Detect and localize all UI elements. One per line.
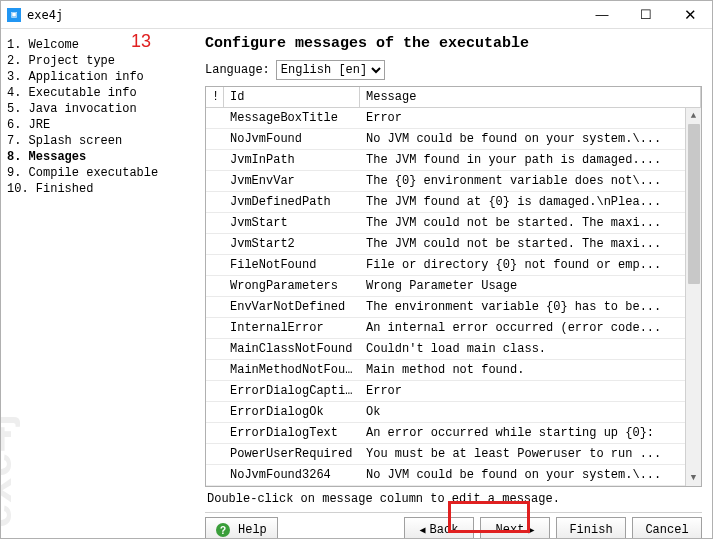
cell-message[interactable]: No JVM could be found on your system.\..…: [360, 132, 701, 146]
table-row[interactable]: MainMethodNotFoundMain method not found.: [206, 360, 701, 381]
cell-id: NoJvmFound: [224, 132, 360, 146]
cancel-button[interactable]: Cancel: [632, 517, 702, 539]
step-item[interactable]: 10. Finished: [7, 181, 195, 197]
cell-message[interactable]: The environment variable {0} has to be..…: [360, 300, 701, 314]
cell-id: PowerUserRequired: [224, 447, 360, 461]
table-body: MessageBoxTitleErrorNoJvmFoundNo JVM cou…: [206, 108, 701, 486]
step-item[interactable]: 3. Application info: [7, 69, 195, 85]
cell-message[interactable]: Couldn't load main class.: [360, 342, 701, 356]
scroll-thumb[interactable]: [688, 124, 700, 284]
table-row[interactable]: NoJvmFound3264No JVM could be found on y…: [206, 465, 701, 486]
cell-id: EnvVarNotDefined: [224, 300, 360, 314]
step-item[interactable]: 1. Welcome: [7, 37, 195, 53]
cell-id: NoJvmFound3264: [224, 468, 360, 482]
cell-id: JvmStart2: [224, 237, 360, 251]
step-item[interactable]: 9. Compile executable: [7, 165, 195, 181]
cell-message[interactable]: Main method not found.: [360, 363, 701, 377]
step-item[interactable]: 4. Executable info: [7, 85, 195, 101]
cell-message[interactable]: The JVM found in your path is damaged...…: [360, 153, 701, 167]
cell-id: JvmEnvVar: [224, 174, 360, 188]
language-select[interactable]: English [en]: [276, 60, 385, 80]
table-row[interactable]: NoJvmFoundNo JVM could be found on your …: [206, 129, 701, 150]
cell-id: JvmStart: [224, 216, 360, 230]
cell-id: JvmDefinedPath: [224, 195, 360, 209]
cell-message[interactable]: The JVM could not be started. The maxi..…: [360, 216, 701, 230]
col-header-exc[interactable]: !: [206, 87, 224, 107]
cell-message[interactable]: Wrong Parameter Usage: [360, 279, 701, 293]
table-row[interactable]: JvmStart2The JVM could not be started. T…: [206, 234, 701, 255]
table-row[interactable]: JvmDefinedPathThe JVM found at {0} is da…: [206, 192, 701, 213]
step-item[interactable]: 2. Project type: [7, 53, 195, 69]
cell-id: MainClassNotFound: [224, 342, 360, 356]
sidebar: 13 exe4j 1. Welcome2. Project type3. App…: [1, 29, 201, 538]
triangle-right-icon: ▶: [528, 524, 534, 536]
table-row[interactable]: ErrorDialogOkOk: [206, 402, 701, 423]
cell-id: MainMethodNotFound: [224, 363, 360, 377]
window-title: exe4j: [27, 8, 580, 22]
step-list: 1. Welcome2. Project type3. Application …: [7, 37, 195, 197]
col-header-message[interactable]: Message: [360, 87, 701, 107]
annotation-number: 13: [131, 31, 151, 52]
cell-id: InternalError: [224, 321, 360, 335]
back-button[interactable]: ◀Back: [404, 517, 474, 539]
cell-message[interactable]: Error: [360, 111, 701, 125]
cell-message[interactable]: Ok: [360, 405, 701, 419]
table-row[interactable]: InternalErrorAn internal error occurred …: [206, 318, 701, 339]
language-label: Language:: [205, 63, 270, 77]
cell-message[interactable]: An error occurred while starting up {0}:: [360, 426, 701, 440]
maximize-button[interactable]: ☐: [624, 1, 668, 28]
titlebar: ▣ exe4j — ☐ ✕: [1, 1, 712, 29]
cell-message[interactable]: An internal error occurred (error code..…: [360, 321, 701, 335]
scroll-down-icon[interactable]: ▼: [686, 470, 701, 486]
next-button[interactable]: Next▶: [480, 517, 550, 539]
cell-id: MessageBoxTitle: [224, 111, 360, 125]
cell-message[interactable]: Error: [360, 384, 701, 398]
table-row[interactable]: ErrorDialogCaptionError: [206, 381, 701, 402]
table-row[interactable]: MessageBoxTitleError: [206, 108, 701, 129]
button-bar: Help ◀Back Next▶ Finish Cancel: [205, 512, 702, 539]
cell-id: WrongParameters: [224, 279, 360, 293]
step-item[interactable]: 7. Splash screen: [7, 133, 195, 149]
table-row[interactable]: FileNotFoundFile or directory {0} not fo…: [206, 255, 701, 276]
cell-message[interactable]: No JVM could be found on your system.\..…: [360, 468, 701, 482]
minimize-button[interactable]: —: [580, 1, 624, 28]
app-icon: ▣: [7, 8, 21, 22]
cell-message[interactable]: The JVM could not be started. The maxi..…: [360, 237, 701, 251]
help-button[interactable]: Help: [205, 517, 278, 539]
cell-id: ErrorDialogCaption: [224, 384, 360, 398]
table-row[interactable]: JvmStartThe JVM could not be started. Th…: [206, 213, 701, 234]
content-pane: Configure messages of the executable Lan…: [201, 29, 712, 538]
cell-message[interactable]: The JVM found at {0} is damaged.\nPlea..…: [360, 195, 701, 209]
step-item[interactable]: 6. JRE: [7, 117, 195, 133]
page-title: Configure messages of the executable: [205, 35, 702, 52]
cell-message[interactable]: You must be at least Poweruser to run ..…: [360, 447, 701, 461]
table-row[interactable]: ErrorDialogTextAn error occurred while s…: [206, 423, 701, 444]
cell-id: FileNotFound: [224, 258, 360, 272]
cell-id: ErrorDialogText: [224, 426, 360, 440]
scroll-up-icon[interactable]: ▲: [686, 108, 701, 124]
table-row[interactable]: PowerUserRequiredYou must be at least Po…: [206, 444, 701, 465]
cell-message[interactable]: File or directory {0} not found or emp..…: [360, 258, 701, 272]
watermark: exe4j: [0, 413, 21, 528]
cell-id: ErrorDialogOk: [224, 405, 360, 419]
step-item[interactable]: 8. Messages: [7, 149, 195, 165]
cell-id: JvmInPath: [224, 153, 360, 167]
hint-text: Double-click on message column to edit a…: [207, 492, 702, 506]
col-header-id[interactable]: Id: [224, 87, 360, 107]
cell-message[interactable]: The {0} environment variable does not\..…: [360, 174, 701, 188]
table-row[interactable]: JvmEnvVarThe {0} environment variable do…: [206, 171, 701, 192]
table-row[interactable]: JvmInPathThe JVM found in your path is d…: [206, 150, 701, 171]
messages-table: ! Id Message MessageBoxTitleErrorNoJvmFo…: [205, 86, 702, 487]
table-row[interactable]: WrongParametersWrong Parameter Usage: [206, 276, 701, 297]
finish-button[interactable]: Finish: [556, 517, 626, 539]
table-row[interactable]: MainClassNotFoundCouldn't load main clas…: [206, 339, 701, 360]
step-item[interactable]: 5. Java invocation: [7, 101, 195, 117]
triangle-left-icon: ◀: [420, 524, 426, 536]
table-row[interactable]: EnvVarNotDefinedThe environment variable…: [206, 297, 701, 318]
close-button[interactable]: ✕: [668, 1, 712, 28]
scrollbar-vertical[interactable]: ▲ ▼: [685, 108, 701, 486]
